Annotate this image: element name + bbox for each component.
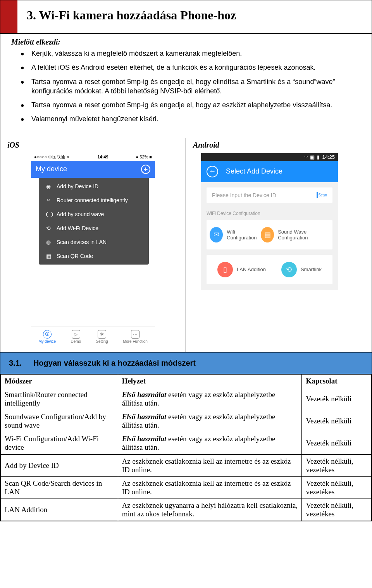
scan-icon [317, 192, 318, 198]
table-row: LAN Addition Az eszköznek ugyanarra a he… [1, 499, 372, 521]
ios-label: iOS [7, 141, 179, 150]
cell-method: LAN Addition [1, 499, 118, 521]
soundwave-configuration-button[interactable]: ▤ Sound Wave Configuration [261, 227, 329, 242]
table-row: Wi-Fi Configuration/Add Wi-Fi device Els… [1, 432, 372, 454]
cell-connection: Vezeték nélküli, vezetékes [302, 476, 372, 499]
section-number: 3.1. [9, 359, 22, 367]
cell-connection: Vezeték nélküli [302, 410, 372, 432]
page-frame: 3. Wi-Fi kamera hozzáadása Phone-hoz Mie… [0, 0, 372, 521]
soundwave-icon: ❨❩ [45, 211, 52, 217]
router-icon: ᶫᶥ [45, 197, 52, 203]
cell-method: Smartlink/Router connected intelligently [1, 388, 118, 410]
intro-bullet: Tartsa nyomva a reset gombot 5mp-ig és e… [21, 77, 361, 96]
lan-addition-button[interactable]: ▯ LAN Addition [217, 262, 266, 277]
smartlink-button[interactable]: ⟲ Smartlink [281, 262, 322, 277]
tab-demo[interactable]: ▷Demo [71, 330, 81, 344]
qr-icon: ▦ [45, 253, 52, 259]
tab-label: More Function [123, 339, 148, 344]
cell-method: Wi-Fi Configuration/Add Wi-Fi device [1, 432, 118, 454]
cell-connection: Vezeték nélküli, vezetékes [302, 454, 372, 477]
ios-nav-bar: My device + [31, 161, 155, 178]
header-title-cell: 3. Wi-Fi kamera hozzáadása Phone-hoz [17, 0, 372, 33]
camera-icon: ⦿ [43, 330, 52, 339]
ios-add-menu: ◉ Add by Device ID ᶫᶥ Router connected i… [39, 178, 149, 265]
menu-item-scan-lan[interactable]: ◍ Scan devices in LAN [39, 235, 149, 249]
cell-situation: Az eszköznek csatlakoznia kell az intern… [118, 454, 302, 477]
item-label: LAN Addition [237, 266, 266, 272]
menu-item-label: Scan QR Code [57, 253, 93, 259]
lan-icon: ◍ [45, 239, 52, 245]
ios-tab-bar: ⦿My device ▷Demo ✲Setting ⋯More Function [31, 327, 155, 345]
envelope-icon: ✉ [210, 227, 223, 242]
table-row: Soundwave Configuration/Add by sound wav… [1, 410, 372, 432]
ios-status-time: 14:49 [97, 155, 108, 159]
soundwave-icon: ▤ [261, 227, 274, 242]
add-device-button[interactable]: + [141, 165, 150, 174]
table-header-row: Módszer Helyzet Kapcsolat [1, 374, 372, 388]
wifi-icon: ⌔ [305, 154, 308, 160]
section-title: Hogyan válasszuk ki a hozzáadási módszer… [33, 359, 196, 367]
android-header: ← Select Add Device [201, 161, 338, 182]
platform-screenshots-row: iOS ●○○○○ 中国联通 ⚬ 14:49 ● 52% ■ My device… [0, 138, 372, 352]
methods-table: Módszer Helyzet Kapcsolat Smartlink/Rout… [0, 374, 372, 521]
cell-method: Soundwave Configuration/Add by sound wav… [1, 410, 118, 432]
android-cell: Android ⌔ ▣ ▮ 14:25 ← Select Add Device … [186, 138, 372, 352]
cell-connection: Vezeték nélküli [302, 388, 372, 410]
col-header-connection: Kapcsolat [302, 374, 372, 388]
wifi-configuration-button[interactable]: ✉ Wifi Configuration [210, 227, 261, 242]
menu-item-scan-qr[interactable]: ▦ Scan QR Code [39, 249, 149, 263]
menu-item-label: Add by Device ID [57, 183, 98, 189]
table-row: Scan QR Code/Search devices in LAN Az es… [1, 476, 372, 499]
menu-item-label: Scan devices in LAN [57, 239, 107, 245]
tab-label: Demo [71, 339, 81, 344]
table-row: Smartlink/Router connected intelligently… [1, 388, 372, 410]
tab-label: My device [38, 339, 56, 344]
cell-situation: Első használat esetén vagy az eszköz ala… [118, 432, 302, 454]
menu-item-router[interactable]: ᶫᶥ Router connected intelligently [39, 193, 149, 207]
menu-item-label: Router connected intelligently [57, 197, 128, 203]
intro-bullet: A felület iOS és Android esetén eltérhet… [21, 63, 361, 72]
play-icon: ▷ [72, 330, 80, 339]
input-placeholder: Please Input the Device ID [212, 192, 276, 198]
cell-situation: Az eszköznek csatlakoznia kell az intern… [118, 476, 302, 499]
intro-subheading: Mielőtt elkezdi: [11, 38, 361, 46]
item-label: Smartlink [301, 266, 322, 272]
table-row: Add by Device ID Az eszköznek csatlakozn… [1, 454, 372, 477]
tab-my-device[interactable]: ⦿My device [38, 330, 56, 344]
sim-icon: ▣ [310, 154, 315, 160]
android-status-bar: ⌔ ▣ ▮ 14:25 [201, 153, 338, 161]
android-screenshot: ⌔ ▣ ▮ 14:25 ← Select Add Device Please I… [201, 153, 338, 290]
cell-method: Add by Device ID [1, 454, 118, 477]
menu-item-label: Add by sound wave [57, 211, 104, 217]
item-label: Wifi Configuration [227, 229, 261, 241]
android-config-card-2: ▯ LAN Addition ⟲ Smartlink [207, 255, 332, 284]
tab-more[interactable]: ⋯More Function [123, 330, 148, 344]
lan-icon: ▯ [217, 262, 233, 277]
menu-item-soundwave[interactable]: ❨❩ Add by sound wave [39, 207, 149, 221]
ios-nav-title: My device [36, 165, 67, 173]
menu-item-add-wifi[interactable]: ⟲ Add Wi-Fi Device [39, 221, 149, 235]
ios-status-right: ● 52% ■ [136, 155, 152, 159]
menu-item-add-by-id[interactable]: ◉ Add by Device ID [39, 179, 149, 193]
cell-connection: Vezeték nélküli [302, 432, 372, 454]
intro-bullet: Kérjük, válassza ki a megfelelő módszert… [21, 49, 361, 58]
section-3-1-header: 3.1. Hogyan válasszuk ki a hozzáadási mó… [0, 352, 372, 374]
intro-bullet-list: Kérjük, válassza ki a megfelelő módszert… [21, 49, 361, 124]
android-label: Android [193, 141, 365, 150]
back-button[interactable]: ← [207, 166, 218, 177]
device-id-input[interactable]: Please Input the Device ID Scan [207, 187, 332, 203]
intro-bullet: Valamennyi műveletet hangüzenet kíséri. [21, 114, 361, 124]
item-label: Sound Wave Configuration [278, 229, 329, 241]
intro-bullet: Tartsa nyomva a reset gombot 5mp-ig és e… [21, 100, 361, 110]
android-section-label: WiFi Device Configuration [201, 208, 338, 220]
ios-status-bar: ●○○○○ 中国联通 ⚬ 14:49 ● 52% ■ [31, 153, 155, 161]
scan-button[interactable]: Scan [317, 193, 327, 197]
more-icon: ⋯ [131, 330, 140, 339]
wifi-icon: ⟲ [45, 225, 52, 231]
menu-item-label: Add Wi-Fi Device [57, 225, 98, 231]
id-icon: ◉ [45, 183, 52, 189]
tab-label: Setting [96, 339, 108, 344]
intro-section: Mielőtt elkezdi: Kérjük, válassza ki a m… [0, 34, 372, 138]
tab-setting[interactable]: ✲Setting [96, 330, 108, 344]
ios-cell: iOS ●○○○○ 中国联通 ⚬ 14:49 ● 52% ■ My device… [0, 138, 186, 352]
